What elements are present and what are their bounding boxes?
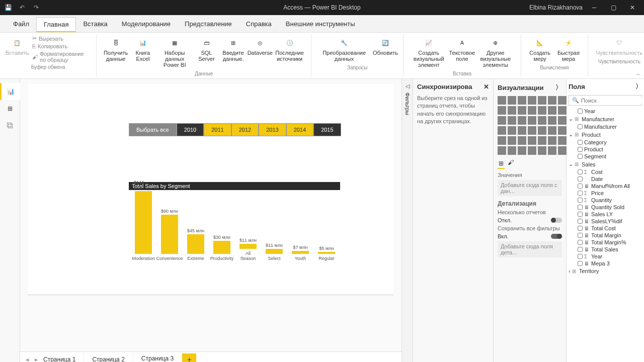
viz-type-14[interactable] bbox=[498, 116, 506, 125]
slicer-2014[interactable]: 2014 bbox=[286, 123, 313, 136]
report-canvas[interactable]: Выбрать все 2010 2011 2012 2013 2014 201… bbox=[28, 84, 393, 295]
get-data-button[interactable]: 🗄Получить данные bbox=[102, 35, 130, 64]
field-manuf-from-all[interactable]: 🖩Manuf%from All bbox=[569, 183, 642, 190]
excel-button[interactable]: 📊Книга Excel bbox=[131, 35, 155, 64]
cross-report-toggle[interactable] bbox=[551, 218, 562, 223]
viz-type-3[interactable] bbox=[528, 96, 536, 105]
field-total-margin-[interactable]: 🖩Total Margin% bbox=[569, 239, 642, 246]
next-page-icon[interactable]: ▸ bbox=[32, 354, 40, 363]
menu-help[interactable]: Справка bbox=[239, 17, 279, 32]
field-manufacturer[interactable]: Manufacturer bbox=[569, 123, 642, 130]
field-quantity-sold[interactable]: 🖩Quantity Sold bbox=[569, 204, 642, 211]
cut-button[interactable]: ✂Вырезать bbox=[30, 35, 91, 42]
minimize-icon[interactable]: ─ bbox=[587, 0, 602, 15]
viz-type-15[interactable] bbox=[508, 116, 516, 125]
viz-type-41[interactable] bbox=[558, 146, 567, 155]
values-well[interactable]: Добавьте сюда поля с дан... bbox=[498, 180, 562, 196]
menu-home[interactable]: Главная bbox=[36, 17, 76, 32]
field-salesly-dif[interactable]: 🖩SalesLY%dif bbox=[569, 218, 642, 225]
viz-type-29[interactable] bbox=[508, 136, 516, 145]
sql-button[interactable]: 🗃SQL Server bbox=[194, 35, 218, 64]
field-product[interactable]: Product bbox=[569, 146, 642, 153]
new-visual-button[interactable]: 📈Создать визуальный элемент bbox=[409, 35, 449, 70]
field-total-sales[interactable]: 🖩Total Sales bbox=[569, 246, 642, 253]
viz-type-4[interactable] bbox=[538, 96, 546, 105]
viz-type-30[interactable] bbox=[518, 136, 526, 145]
user-name[interactable]: Elbina Rizakhanova bbox=[529, 4, 583, 11]
pbi-datasets-button[interactable]: ▦Наборы данных Power BI bbox=[156, 35, 194, 70]
viz-type-6[interactable] bbox=[558, 96, 567, 105]
viz-type-2[interactable] bbox=[518, 96, 526, 105]
search-input[interactable] bbox=[581, 98, 644, 104]
table-manufacturer[interactable]: ⌄⊞Manufacturer bbox=[569, 115, 642, 123]
close-panel-icon[interactable]: ✕ bbox=[484, 83, 489, 90]
viz-type-39[interactable] bbox=[538, 146, 546, 155]
viz-type-26[interactable] bbox=[548, 126, 556, 135]
viz-type-7[interactable] bbox=[498, 106, 506, 115]
viz-type-32[interactable] bbox=[538, 136, 546, 145]
save-icon[interactable]: 💾 bbox=[4, 4, 12, 12]
field------3[interactable]: 🖩Мера 3 bbox=[569, 260, 642, 267]
maximize-icon[interactable]: ▢ bbox=[606, 0, 621, 15]
report-view-button[interactable]: 📊 bbox=[0, 83, 20, 100]
viz-type-37[interactable] bbox=[518, 146, 526, 155]
model-view-button[interactable]: ⿻ bbox=[0, 117, 20, 134]
viz-type-19[interactable] bbox=[548, 116, 556, 125]
bar-youth[interactable]: $7 млнYouth bbox=[291, 245, 310, 261]
quick-measure-button[interactable]: ⚡Быстрая мера bbox=[554, 35, 583, 64]
slicer-all[interactable]: Выбрать все bbox=[129, 123, 177, 136]
undo-icon[interactable]: ↶ bbox=[18, 4, 26, 12]
copy-button[interactable]: ⎘Копировать bbox=[30, 43, 91, 50]
bar-all season[interactable]: $11 млнAll Season bbox=[238, 238, 258, 261]
bar-convenience[interactable]: $90 млнConvenience bbox=[160, 209, 179, 261]
viz-type-40[interactable] bbox=[548, 146, 556, 155]
viz-type-8[interactable] bbox=[508, 106, 516, 115]
field-sales-ly[interactable]: 🖩Sales LY bbox=[569, 211, 642, 218]
viz-type-22[interactable] bbox=[508, 126, 516, 135]
transform-button[interactable]: 🔧Преобразование данных bbox=[316, 35, 371, 64]
viz-type-1[interactable] bbox=[508, 96, 516, 105]
viz-type-21[interactable] bbox=[498, 126, 506, 135]
prev-page-icon[interactable]: ◂ bbox=[23, 354, 31, 363]
field-quantity[interactable]: ΣQuantity bbox=[569, 197, 642, 204]
viz-type-35[interactable] bbox=[498, 146, 506, 155]
chevron-right-icon[interactable]: 〉 bbox=[555, 83, 562, 92]
data-view-button[interactable]: ⊞ bbox=[0, 100, 20, 117]
redo-icon[interactable]: ↷ bbox=[32, 4, 40, 12]
slicer-2012[interactable]: 2012 bbox=[231, 123, 259, 136]
viz-type-18[interactable] bbox=[538, 116, 546, 125]
viz-type-5[interactable] bbox=[548, 96, 556, 105]
text-box-button[interactable]: AТекстовое поле bbox=[450, 35, 474, 64]
refresh-button[interactable]: 🔄Обновить bbox=[373, 35, 398, 58]
field-total-cost[interactable]: 🖩Total Cost bbox=[569, 225, 642, 232]
bar-select[interactable]: $11 млнSelect bbox=[265, 243, 284, 261]
page-tab-3[interactable]: Страница 3 bbox=[133, 352, 182, 362]
viz-type-25[interactable] bbox=[538, 126, 546, 135]
field-category[interactable]: Category bbox=[569, 139, 642, 146]
field-price[interactable]: ΣPrice bbox=[569, 190, 642, 197]
bar-regular[interactable]: $5 млнRegular bbox=[317, 246, 336, 261]
viz-type-31[interactable] bbox=[528, 136, 536, 145]
field-year-top[interactable]: Year bbox=[569, 108, 642, 115]
year-slicer[interactable]: Выбрать все 2010 2011 2012 2013 2014 201… bbox=[129, 123, 341, 136]
menu-external[interactable]: Внешние инструменты bbox=[279, 17, 362, 32]
chevron-right-icon[interactable]: 〉 bbox=[635, 82, 642, 91]
viz-type-17[interactable] bbox=[528, 116, 536, 125]
bar-moderation[interactable]: $144 млнModeration bbox=[134, 180, 153, 261]
more-visuals-button[interactable]: ⊕Другие визуальные элементы bbox=[475, 35, 516, 70]
table-product[interactable]: ⌄⊞Product bbox=[569, 130, 642, 139]
slicer-2011[interactable]: 2011 bbox=[204, 123, 231, 136]
viz-type-0[interactable] bbox=[498, 96, 506, 105]
slicer-2013[interactable]: 2013 bbox=[259, 123, 286, 136]
dataverse-button[interactable]: ◎Dataverse bbox=[248, 35, 272, 58]
viz-type-16[interactable] bbox=[518, 116, 526, 125]
sensitivity-button[interactable]: 🛡Чувствительность bbox=[593, 35, 644, 58]
viz-type-36[interactable] bbox=[508, 146, 516, 155]
format-tab-icon[interactable]: 🖌 bbox=[508, 159, 514, 169]
viz-type-11[interactable] bbox=[538, 106, 546, 115]
viz-type-13[interactable] bbox=[558, 106, 567, 115]
close-icon[interactable]: ✕ bbox=[625, 0, 640, 15]
fields-search[interactable]: 🔍 bbox=[569, 95, 642, 106]
viz-type-20[interactable] bbox=[558, 116, 567, 125]
viz-type-27[interactable] bbox=[558, 126, 567, 135]
